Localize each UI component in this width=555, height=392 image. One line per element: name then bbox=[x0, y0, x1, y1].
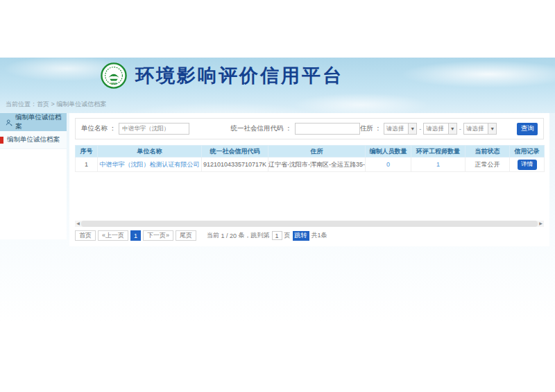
cell-credit-code: 91210104335710717K bbox=[202, 157, 268, 172]
results-table: 序号 单位名称 统一社会信用代码 住所 编制人员数量 环评工程师数量 当前状态 … bbox=[75, 145, 545, 172]
col-credit-record: 信用记录 bbox=[510, 146, 545, 157]
svg-text:MEE: MEE bbox=[110, 82, 117, 85]
page-fraction: 1 / 20 bbox=[221, 232, 237, 239]
page-info-unit: 页 bbox=[284, 231, 291, 240]
horizontal-scrollbar[interactable]: ◀ ▶ bbox=[75, 221, 544, 227]
col-engineer-count: 环评工程师数量 bbox=[411, 146, 466, 157]
current-page-button[interactable]: 1 bbox=[130, 230, 141, 241]
col-index: 序号 bbox=[76, 146, 98, 157]
col-address: 住所 bbox=[268, 146, 366, 157]
pagination: 首页 «上一页 1 下一页» 尾页 当前 1 / 20 条，跳到第 页 跳转 共… bbox=[75, 230, 544, 241]
unit-name-label: 单位名称 ： bbox=[81, 124, 116, 133]
query-button[interactable]: 查询 bbox=[517, 123, 538, 135]
cell-status: 正常公开 bbox=[466, 157, 510, 172]
page-info-mid: 条，跳到第 bbox=[239, 231, 270, 240]
jump-page-input[interactable] bbox=[272, 231, 282, 240]
scroll-left-icon[interactable]: ◀ bbox=[75, 221, 81, 227]
col-status: 当前状态 bbox=[466, 146, 510, 157]
sidebar: 编制单位诚信档案 编制单位诚信档案 bbox=[0, 113, 67, 239]
person-search-icon bbox=[6, 119, 12, 126]
select-value: 请选择 bbox=[424, 125, 447, 133]
table-header-row: 序号 单位名称 统一社会信用代码 住所 编制人员数量 环评工程师数量 当前状态 … bbox=[76, 146, 545, 157]
cell-index: 1 bbox=[76, 157, 98, 172]
sidebar-section-credit-archive[interactable]: 编制单位诚信档案 bbox=[0, 113, 67, 131]
scrollbar-thumb[interactable] bbox=[81, 221, 538, 227]
unit-name-link[interactable]: 中谱华宇（沈阳）检测认证有限公司 bbox=[100, 161, 200, 168]
col-staff-count: 编制人员数量 bbox=[366, 146, 411, 157]
first-page-button[interactable]: 首页 bbox=[75, 230, 96, 241]
last-page-button[interactable]: 尾页 bbox=[176, 230, 196, 241]
banner: MEE 环境影响评价信用平台 当前位置：首页 > 编制单位诚信档案 bbox=[0, 58, 555, 113]
staff-count-link[interactable]: 0 bbox=[386, 161, 390, 168]
page: MEE 环境影响评价信用平台 当前位置：首页 > 编制单位诚信档案 编制单位诚信… bbox=[0, 0, 555, 392]
col-unit-name: 单位名称 bbox=[98, 146, 202, 157]
detail-button[interactable]: 详情 bbox=[518, 160, 537, 170]
separator: - bbox=[419, 125, 421, 133]
page-info-prefix: 当前 bbox=[207, 231, 219, 240]
pagination-info: 当前 1 / 20 条，跳到第 页 跳转 共1条 bbox=[207, 231, 327, 241]
mee-logo-icon: MEE bbox=[101, 62, 127, 89]
sidebar-item-label: 编制单位诚信档案 bbox=[7, 135, 60, 144]
brand: MEE 环境影响评价信用平台 bbox=[101, 62, 343, 89]
address-select-city[interactable]: 请选择 ▼ bbox=[423, 123, 456, 135]
search-form: 单位名称 ： 统一社会信用代码 ： 住所 ： 请选择 ▼ - 请选择 ▼ - 请… bbox=[75, 118, 544, 139]
sidebar-item-label: 编制单位诚信档案 bbox=[15, 113, 64, 131]
site-title: 环境影响评价信用平台 bbox=[135, 63, 343, 88]
main-content: 单位名称 ： 统一社会信用代码 ： 住所 ： 请选择 ▼ - 请选择 ▼ - 请… bbox=[69, 113, 549, 246]
table-row: 1 中谱华宇（沈阳）检测认证有限公司 91210104335710717K 辽宁… bbox=[76, 157, 545, 172]
credit-code-label: 统一社会信用代码 ： bbox=[231, 124, 292, 133]
jump-button[interactable]: 跳转 bbox=[293, 231, 309, 241]
address-label: 住所 ： bbox=[360, 124, 382, 133]
select-value: 请选择 bbox=[464, 125, 488, 133]
prev-page-button[interactable]: «上一页 bbox=[98, 230, 128, 241]
scroll-right-icon[interactable]: ▶ bbox=[538, 221, 544, 227]
total-count: 共1条 bbox=[311, 231, 327, 240]
address-select-district[interactable]: 请选择 ▼ bbox=[463, 123, 497, 135]
active-marker bbox=[0, 137, 3, 144]
breadcrumb: 当前位置：首页 > 编制单位诚信档案 bbox=[6, 100, 106, 109]
select-value: 请选择 bbox=[384, 125, 408, 133]
separator: - bbox=[459, 125, 461, 133]
table-empty-area bbox=[69, 172, 549, 221]
unit-name-input[interactable] bbox=[119, 123, 189, 135]
cell-address: 辽宁省-沈阳市-浑南区-全运五路35-1号楼902 bbox=[268, 157, 366, 172]
chevron-down-icon: ▼ bbox=[448, 123, 456, 134]
sidebar-item-credit-archive[interactable]: 编制单位诚信档案 bbox=[0, 131, 67, 149]
credit-code-input[interactable] bbox=[295, 123, 360, 135]
chevron-down-icon: ▼ bbox=[408, 123, 416, 134]
address-select-province[interactable]: 请选择 ▼ bbox=[384, 123, 417, 135]
next-page-button[interactable]: 下一页» bbox=[143, 230, 173, 241]
chevron-down-icon: ▼ bbox=[488, 123, 496, 134]
engineer-count-link[interactable]: 1 bbox=[436, 161, 440, 168]
col-credit-code: 统一社会信用代码 bbox=[202, 146, 268, 157]
